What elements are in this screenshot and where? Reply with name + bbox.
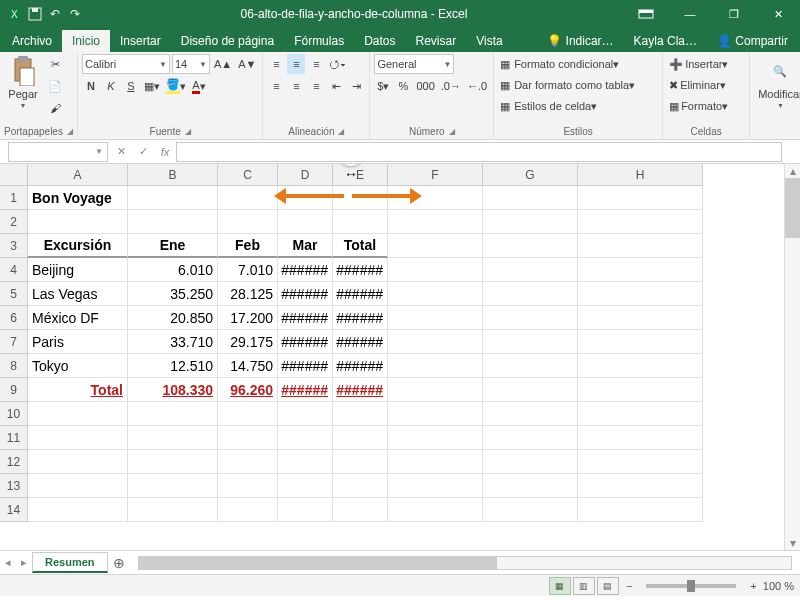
cell[interactable] <box>388 210 483 234</box>
cell[interactable] <box>128 450 218 474</box>
cell[interactable] <box>578 282 703 306</box>
cell-styles-button[interactable]: ▦ Estilos de celda ▾ <box>498 96 658 116</box>
cell[interactable] <box>128 186 218 210</box>
cell[interactable] <box>28 474 128 498</box>
cell[interactable] <box>388 378 483 402</box>
cell[interactable] <box>483 234 578 258</box>
cell[interactable]: ###### <box>333 258 388 282</box>
cell[interactable] <box>128 210 218 234</box>
tab-vista[interactable]: Vista <box>466 30 512 52</box>
cell[interactable] <box>278 426 333 450</box>
cell[interactable]: 28.125 <box>218 282 278 306</box>
cell[interactable] <box>388 402 483 426</box>
normal-view-button[interactable]: ▦ <box>549 577 571 595</box>
cell[interactable]: Bon Voyage <box>28 186 128 210</box>
cell[interactable] <box>578 498 703 522</box>
row-header-4[interactable]: 4 <box>0 258 28 282</box>
row-header-1[interactable]: 1 <box>0 186 28 210</box>
format-painter-button[interactable]: 🖌 <box>46 98 64 118</box>
border-button[interactable]: ▦▾ <box>142 76 162 96</box>
row-header-14[interactable]: 14 <box>0 498 28 522</box>
cell[interactable]: 7.010 <box>218 258 278 282</box>
sheet-tab-resumen[interactable]: Resumen <box>32 552 108 573</box>
cell[interactable] <box>128 498 218 522</box>
cell[interactable] <box>333 498 388 522</box>
paste-button[interactable]: Pegar ▼ <box>4 54 42 111</box>
font-size-combo[interactable]: 14▼ <box>172 54 210 74</box>
row-header-6[interactable]: 6 <box>0 306 28 330</box>
currency-button[interactable]: $▾ <box>374 76 392 96</box>
underline-button[interactable]: S <box>122 76 140 96</box>
cell[interactable]: ###### <box>333 354 388 378</box>
cell[interactable]: ###### <box>333 378 388 402</box>
cell[interactable] <box>218 450 278 474</box>
cell[interactable]: ###### <box>333 282 388 306</box>
cell[interactable]: ###### <box>333 330 388 354</box>
cell[interactable] <box>483 210 578 234</box>
save-icon[interactable] <box>28 7 42 21</box>
col-header-E[interactable]: E <box>333 164 388 186</box>
cell[interactable]: ###### <box>278 330 333 354</box>
share-button[interactable]: 👤 Compartir <box>707 30 798 52</box>
cell[interactable] <box>218 474 278 498</box>
orientation-button[interactable]: ⭯▾ <box>327 54 348 74</box>
delete-cells-button[interactable]: ✖ Eliminar ▾ <box>667 75 745 95</box>
cell[interactable] <box>483 378 578 402</box>
col-header-G[interactable]: G <box>483 164 578 186</box>
cell[interactable]: 29.175 <box>218 330 278 354</box>
tab-datos[interactable]: Datos <box>354 30 405 52</box>
zoom-level[interactable]: 100 % <box>763 580 794 592</box>
cell[interactable] <box>278 474 333 498</box>
format-cells-button[interactable]: ▦ Formato ▾ <box>667 96 745 116</box>
cell[interactable] <box>218 426 278 450</box>
cut-button[interactable]: ✂ <box>46 54 64 74</box>
cell[interactable] <box>218 498 278 522</box>
cell[interactable] <box>483 330 578 354</box>
tab-revisar[interactable]: Revisar <box>406 30 467 52</box>
cell[interactable] <box>578 186 703 210</box>
tab-formulas[interactable]: Fórmulas <box>284 30 354 52</box>
cell[interactable]: 33.710 <box>128 330 218 354</box>
increase-font-button[interactable]: A▲ <box>212 54 234 74</box>
align-launcher[interactable]: ◢ <box>338 127 344 136</box>
tab-insertar[interactable]: Insertar <box>110 30 171 52</box>
fill-color-button[interactable]: 🪣▾ <box>164 76 188 96</box>
cell[interactable] <box>578 210 703 234</box>
cell[interactable] <box>388 306 483 330</box>
cell[interactable] <box>578 402 703 426</box>
row-header-9[interactable]: 9 <box>0 378 28 402</box>
insert-cells-button[interactable]: ➕ Insertar ▾ <box>667 54 745 74</box>
cell[interactable]: 14.750 <box>218 354 278 378</box>
tab-nav-next[interactable]: ▸ <box>16 556 32 569</box>
cell[interactable] <box>578 354 703 378</box>
cell[interactable] <box>333 210 388 234</box>
number-launcher[interactable]: ◢ <box>449 127 455 136</box>
cell[interactable]: ###### <box>278 282 333 306</box>
row-header-7[interactable]: 7 <box>0 330 28 354</box>
cell[interactable]: ###### <box>333 306 388 330</box>
tab-archivo[interactable]: Archivo <box>2 30 62 52</box>
cell[interactable] <box>278 498 333 522</box>
col-header-D[interactable]: D <box>278 164 333 186</box>
close-button[interactable]: ✕ <box>758 0 798 28</box>
cell[interactable] <box>483 402 578 426</box>
tell-me[interactable]: 💡 Indicar… <box>537 30 623 52</box>
row-header-12[interactable]: 12 <box>0 450 28 474</box>
font-launcher[interactable]: ◢ <box>185 127 191 136</box>
cell[interactable] <box>483 282 578 306</box>
col-header-C[interactable]: C <box>218 164 278 186</box>
cell[interactable] <box>128 402 218 426</box>
cell[interactable] <box>483 498 578 522</box>
row-header-10[interactable]: 10 <box>0 402 28 426</box>
bold-button[interactable]: N <box>82 76 100 96</box>
cell[interactable] <box>483 186 578 210</box>
tab-inicio[interactable]: Inicio <box>62 30 110 52</box>
cell[interactable]: Total <box>333 234 388 258</box>
cell[interactable] <box>278 402 333 426</box>
add-sheet-button[interactable]: ⊕ <box>108 555 130 571</box>
cell[interactable]: 17.200 <box>218 306 278 330</box>
cell[interactable] <box>578 234 703 258</box>
align-bottom-button[interactable]: ≡ <box>307 54 325 74</box>
cell[interactable] <box>278 450 333 474</box>
cell[interactable] <box>483 426 578 450</box>
